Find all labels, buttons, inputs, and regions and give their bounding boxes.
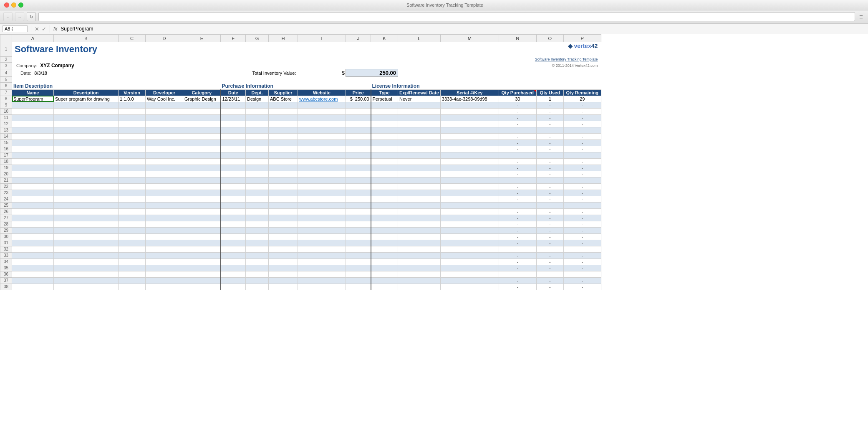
data-row-33: 33 --- — [0, 252, 601, 258]
col-E[interactable]: E — [183, 35, 221, 42]
date-value[interactable]: 8/3/18 — [34, 71, 47, 76]
rownum-2: 2 — [0, 56, 12, 62]
cell-price[interactable]: $ 250.00 — [346, 96, 371, 102]
col-header-name[interactable]: Name — [12, 89, 54, 96]
col-C[interactable]: C — [119, 35, 146, 42]
col-header-price[interactable]: Price — [346, 89, 371, 96]
col-D[interactable]: D — [146, 35, 183, 42]
col-N[interactable]: N — [499, 35, 536, 42]
spreadsheet-title[interactable]: Software Inventory — [12, 42, 499, 57]
forward-button[interactable]: → — [15, 12, 24, 21]
cell-exp[interactable]: Never — [398, 96, 441, 102]
data-row-8: 8 SuperProgram Super program for drawing… — [0, 96, 601, 102]
col-L[interactable]: L — [398, 35, 441, 42]
total-value[interactable]: 250.00 — [346, 69, 398, 77]
col-header-qty-purchased[interactable]: Qty Purchased — [499, 89, 536, 96]
column-header-row: 7 Name Description Version Developer Cat… — [0, 89, 601, 96]
rownum-5: 5 — [0, 77, 12, 83]
cell-reference[interactable]: A8 ▲▼ — [3, 25, 28, 32]
col-header-supplier[interactable]: Supplier — [269, 89, 298, 96]
template-link[interactable]: Software Inventory Tracking Template — [500, 57, 598, 61]
col-header-qty-remaining[interactable]: Qty Remaining — [563, 89, 601, 96]
spreadsheet-table: A B C D E F G H I J K L M N O P 1 — [0, 34, 601, 290]
col-header-type[interactable]: Type — [371, 89, 398, 96]
rownum-4: 4 — [0, 69, 12, 77]
col-O[interactable]: O — [536, 35, 563, 42]
col-header-qty-used[interactable]: Qty Used — [536, 89, 563, 96]
section-purchase: Purchase Information — [221, 83, 346, 90]
col-header-serial[interactable]: Serial #/Key — [440, 89, 499, 96]
data-row-23: 23 --- — [0, 190, 601, 196]
maximize-button[interactable] — [18, 3, 23, 8]
row-1: 1 Software Inventory ◆ vertex42 — [0, 42, 601, 57]
col-J[interactable]: J — [346, 35, 371, 42]
cell-category[interactable]: Graphic Design — [183, 96, 221, 102]
cell-supplier[interactable]: ABC Store — [269, 96, 298, 102]
col-header-date[interactable]: Date — [221, 89, 246, 96]
col-I[interactable]: I — [298, 35, 346, 42]
template-link-cell[interactable]: Software Inventory Tracking Template — [499, 56, 601, 62]
col-A[interactable]: A — [12, 35, 54, 42]
col-M[interactable]: M — [440, 35, 499, 42]
row-6: 6 Item Description Purchase Information … — [0, 83, 601, 90]
col-K[interactable]: K — [371, 35, 398, 42]
cell-qty-purchased[interactable]: 30 — [499, 96, 536, 102]
col-F[interactable]: F — [221, 35, 246, 42]
formula-divider — [31, 25, 31, 33]
cell-website[interactable]: www.abcstore.com — [298, 96, 346, 102]
row5-empty — [12, 77, 601, 83]
cell-qty-used[interactable]: 1 — [536, 96, 563, 102]
refresh-button[interactable]: ↻ — [27, 12, 36, 21]
col-header-developer[interactable]: Developer — [146, 89, 183, 96]
section-item: Item Description — [12, 83, 221, 90]
close-button[interactable] — [4, 3, 9, 8]
cell-type[interactable]: Perpetual — [371, 96, 398, 102]
row4-spacer — [398, 69, 601, 77]
col-header-category[interactable]: Category — [183, 89, 221, 96]
total-label-cell: Total Inventory Value: — [183, 69, 298, 77]
col-G[interactable]: G — [246, 35, 269, 42]
row-3: 3 Company: XYZ Company © 2011-2014 Verte… — [0, 62, 601, 69]
date-row: Date: 8/3/18 — [12, 69, 183, 77]
cell-name[interactable]: SuperProgram — [12, 96, 54, 102]
cell-serial[interactable]: 3333-4ae-3298-09d98 — [440, 96, 499, 102]
cell-ref-arrows: ▲▼ — [11, 26, 13, 31]
company-value[interactable]: XYZ Company — [40, 63, 74, 68]
cancel-formula-icon[interactable]: ✕ — [35, 26, 39, 32]
copyright-cell: © 2011-2014 Vertex42.com — [499, 62, 601, 69]
data-row-15: 15 --- — [0, 139, 601, 146]
cell-qty-remaining[interactable]: 29 — [563, 96, 601, 102]
col-P[interactable]: P — [563, 35, 601, 42]
confirm-formula-icon[interactable]: ✓ — [42, 26, 46, 32]
formula-icons: ✕ ✓ — [35, 26, 46, 32]
website-link[interactable]: www.abcstore.com — [299, 96, 338, 101]
vertex-logo: ◆ vertex42 — [500, 43, 598, 49]
cell-version[interactable]: 1.1.0.0 — [119, 96, 146, 102]
back-button[interactable]: ← — [3, 12, 13, 21]
col-header-dept[interactable]: Dept. — [246, 89, 269, 96]
rownum-7: 7 — [0, 89, 12, 96]
col-header-version[interactable]: Version — [119, 89, 146, 96]
data-row-27: 27 --- — [0, 215, 601, 221]
cell-developer[interactable]: Way Cool Inc. — [146, 96, 183, 102]
window-title: Software Inventory Tracking Template — [26, 3, 864, 8]
address-bar[interactable] — [38, 12, 855, 21]
col-header-website[interactable]: Website — [298, 89, 346, 96]
section-license: License Information — [371, 83, 499, 90]
cell-dept[interactable]: Design — [246, 96, 269, 102]
data-row-28: 28 --- — [0, 221, 601, 227]
col-H[interactable]: H — [269, 35, 298, 42]
formula-input[interactable] — [61, 26, 865, 32]
logo-area: ◆ vertex42 — [499, 42, 601, 57]
cell-description[interactable]: Super program for drawing — [54, 96, 119, 102]
data-row-11: 11 --- — [0, 114, 601, 121]
col-header-exp[interactable]: Exp/Renewal Date — [398, 89, 441, 96]
data-row-31: 31 --- — [0, 240, 601, 246]
data-row-9: 9 --- — [0, 102, 601, 108]
col-B[interactable]: B — [54, 35, 119, 42]
col-header-description[interactable]: Description — [54, 89, 119, 96]
row-2: 2 Software Inventory Tracking Template — [0, 56, 601, 62]
cell-date[interactable]: 12/23/11 — [221, 96, 246, 102]
menu-icon: ☰ — [858, 15, 865, 19]
minimize-button[interactable] — [11, 3, 16, 8]
